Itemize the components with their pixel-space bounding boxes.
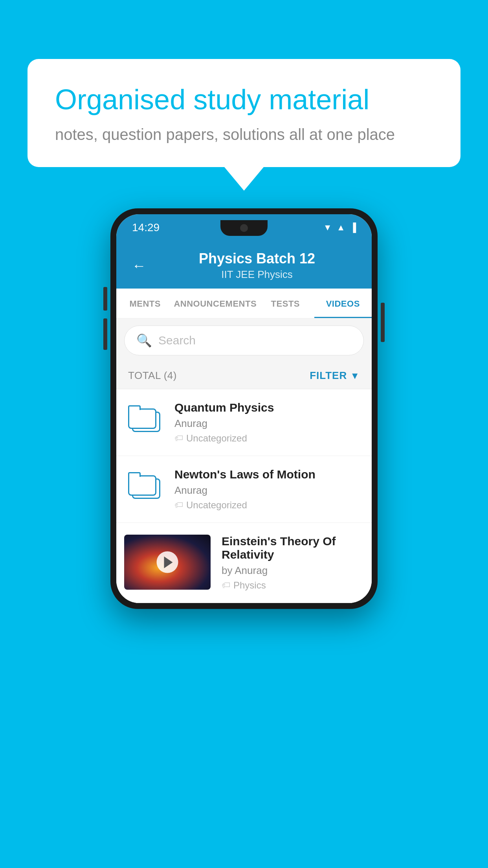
back-button[interactable]: ← [132,257,146,274]
batch-title: Physics Batch 12 [158,250,356,267]
list-item[interactable]: Quantum Physics Anurag 🏷 Uncategorized [116,389,372,456]
app-header: ← Physics Batch 12 IIT JEE Physics [116,241,372,289]
video-author: Anurag [174,484,360,497]
video-title: Newton's Laws of Motion [174,468,360,481]
phone-frame: 14:29 ▼ ▲ ▐ ← Physics Batch 12 IIT JEE P… [110,208,378,609]
tag-icon: 🏷 [222,580,230,590]
video-info: Quantum Physics Anurag 🏷 Uncategorized [174,401,360,444]
speech-bubble-section: Organised study material notes, question… [28,59,460,191]
power-button[interactable] [381,303,385,342]
tab-announcements[interactable]: ANNOUNCEMENTS [174,289,257,318]
video-author: Anurag [174,417,360,430]
video-title: Einstein's Theory Of Relativity [222,535,364,561]
video-info: Newton's Laws of Motion Anurag 🏷 Uncateg… [174,468,360,511]
tag-icon: 🏷 [174,433,183,443]
signal-icon: ▲ [337,223,345,233]
bubble-title: Organised study material [55,83,433,116]
video-thumbnail [124,535,211,590]
search-icon: 🔍 [136,333,152,348]
search-bar[interactable]: 🔍 Search [124,326,364,355]
play-triangle-icon [164,556,172,568]
subtitle-physics: Physics [257,268,293,280]
search-bar-wrapper: 🔍 Search [116,318,372,362]
front-camera [240,224,248,232]
tab-tests[interactable]: TESTS [257,289,314,318]
bubble-subtitle: notes, question papers, solutions all at… [55,126,433,143]
volume-down-button[interactable] [103,318,107,350]
subtitle-iit: IIT JEE [221,268,255,280]
status-icons: ▼ ▲ ▐ [323,223,356,233]
wifi-icon: ▼ [323,223,332,233]
list-item[interactable]: Newton's Laws of Motion Anurag 🏷 Uncateg… [116,456,372,523]
volume-up-button[interactable] [103,287,107,311]
tabs-bar: MENTS ANNOUNCEMENTS TESTS VIDEOS [116,289,372,318]
total-count: TOTAL (4) [128,370,177,382]
play-button-overlay[interactable] [157,552,178,573]
speech-bubble-card: Organised study material notes, question… [28,59,460,167]
phone-notch [220,220,268,236]
phone-screen: 14:29 ▼ ▲ ▐ ← Physics Batch 12 IIT JEE P… [116,214,372,603]
filter-row: TOTAL (4) FILTER ▼ [116,362,372,389]
tab-ments[interactable]: MENTS [116,289,174,318]
tag-icon: 🏷 [174,500,183,510]
tab-videos[interactable]: VIDEOS [314,289,372,318]
status-time: 14:29 [132,221,160,234]
video-info: Einstein's Theory Of Relativity by Anura… [222,535,364,591]
header-title-block: Physics Batch 12 IIT JEE Physics [158,250,356,281]
list-item[interactable]: Einstein's Theory Of Relativity by Anura… [116,523,372,603]
battery-icon: ▐ [350,223,356,233]
video-title: Quantum Physics [174,401,360,414]
video-list: Quantum Physics Anurag 🏷 Uncategorized [116,389,372,603]
video-author: by Anurag [222,565,364,577]
folder-icon [128,469,163,499]
filter-button[interactable]: FILTER ▼ [310,370,360,382]
video-tag: 🏷 Uncategorized [174,433,360,444]
video-tag: 🏷 Physics [222,580,364,591]
batch-subtitle: IIT JEE Physics [158,268,356,281]
video-tag: 🏷 Uncategorized [174,500,360,511]
folder-icon [128,403,163,432]
search-placeholder: Search [158,334,196,347]
bubble-arrow [224,167,264,191]
filter-funnel-icon: ▼ [350,370,360,381]
